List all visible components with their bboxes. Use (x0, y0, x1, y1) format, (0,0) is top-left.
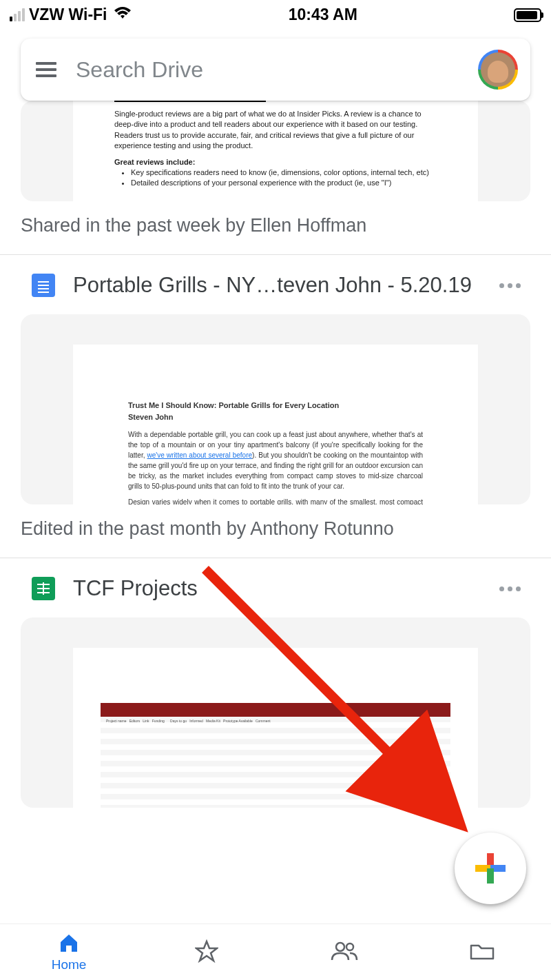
home-icon (58, 932, 80, 956)
account-avatar[interactable] (478, 50, 518, 90)
nav-files[interactable] (413, 924, 551, 980)
nav-home[interactable]: Home (0, 924, 138, 980)
bottom-navigation: Home (0, 923, 551, 980)
svg-point-1 (336, 943, 344, 951)
file-title[interactable]: Portable Grills - NY…teven John - 5.20.1… (73, 273, 481, 298)
star-icon (195, 939, 218, 966)
preview-link: we've written about several before (147, 451, 253, 459)
file-item: Portable Grills - NY…teven John - 5.20.1… (0, 255, 551, 558)
preview-author: Steven John (128, 411, 423, 423)
search-input[interactable]: Search Drive (76, 57, 478, 83)
preview-heading: Great reviews include: (114, 158, 195, 166)
nav-shared[interactable] (276, 924, 413, 980)
spreadsheet-preview[interactable]: Project name Editors Link Funding Days t… (21, 617, 530, 808)
menu-icon[interactable] (36, 62, 56, 77)
file-item: TCF Projects Project name Editors Link F… (0, 558, 551, 808)
nav-label: Home (52, 957, 87, 972)
preview-bullet: Key specifications readers need to know … (131, 167, 437, 178)
preview-text: With a dependable portable grill, you ca… (128, 429, 423, 491)
nav-starred[interactable] (138, 924, 276, 980)
preview-title: Trust Me I Should Know: Portable Grills … (128, 400, 423, 411)
people-icon (331, 941, 358, 964)
search-bar[interactable]: Search Drive (21, 39, 530, 101)
plus-icon (475, 853, 506, 884)
docs-icon (32, 274, 55, 297)
sheets-icon (32, 577, 55, 600)
more-options-button[interactable] (499, 586, 521, 591)
document-preview[interactable]: Single-product reviews are a big part of… (21, 101, 530, 201)
preview-text: Design varies widely when it comes to po… (128, 497, 423, 504)
more-options-button[interactable] (499, 283, 521, 288)
file-meta: Edited in the past month by Anthony Rotu… (0, 504, 551, 558)
document-preview[interactable]: Trust Me I Should Know: Portable Grills … (21, 314, 530, 504)
preview-text: Single-product reviews are a big part of… (114, 109, 437, 152)
file-title[interactable]: TCF Projects (73, 576, 481, 601)
file-list: Single-product reviews are a big part of… (0, 0, 551, 923)
preview-bullet: Detailed descriptions of your personal e… (131, 178, 437, 188)
svg-point-2 (346, 943, 353, 950)
folder-icon (469, 941, 495, 964)
create-new-button[interactable] (455, 833, 526, 904)
file-meta: Shared in the past week by Ellen Hoffman (0, 201, 551, 254)
